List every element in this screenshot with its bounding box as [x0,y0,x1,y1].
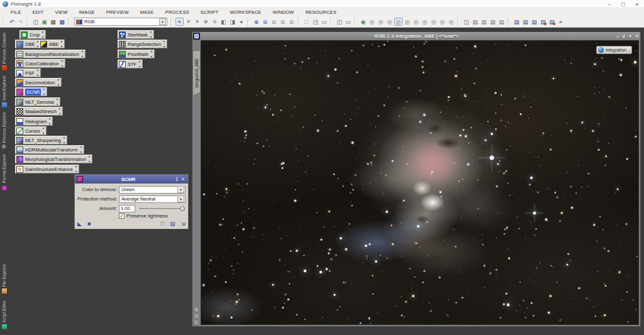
select-all-icon[interactable] [303,18,311,26]
selection-rect-icon[interactable] [320,18,328,26]
process-icon-stf[interactable]: STF [118,60,143,69]
minimize-icon[interactable] [602,0,616,8]
zoom-in-icon[interactable] [252,18,260,26]
zoom-to-optimal-icon[interactable] [193,18,201,26]
window-close-icon[interactable] [635,33,638,39]
stf-edit-icon[interactable] [368,18,376,26]
process-icon-mlt-denoise[interactable]: MLT_Denoise [15,97,60,106]
reset-icon[interactable] [161,221,164,227]
drag-handle[interactable] [58,107,61,115]
drag-handle[interactable] [48,118,51,125]
drag-handle[interactable] [163,40,165,48]
menu-edit[interactable]: EDIT [27,9,50,15]
shade-icon[interactable] [623,33,625,39]
drag-handle[interactable] [42,127,45,135]
protection-method-select[interactable]: Average Neutral [119,195,186,203]
amount-input[interactable]: 1.00 [119,205,135,212]
scnr-dialog-titlebar[interactable]: SCNR [75,175,188,184]
dock-tab-format-explorer[interactable]: Format Explorer [0,151,8,190]
dock-tab-process-explorer[interactable]: Process Explorer [0,109,8,150]
image-view[interactable]: integration [201,40,639,325]
apply-global-icon[interactable] [87,221,91,227]
undo-icon[interactable] [8,18,16,26]
center-view-icon[interactable] [211,18,219,26]
process-icon-darkstructureenhance[interactable]: DarkStructureEnhance [15,165,79,173]
drag-handle[interactable] [43,88,45,96]
menu-view[interactable]: VIEW [50,9,74,15]
zoom-fit-view-icon[interactable] [279,18,287,26]
zoom-to-fit-icon[interactable] [184,18,192,26]
pan-mode-icon[interactable] [202,18,210,26]
screen-layout-icon-3[interactable] [489,18,497,26]
dialog-close-icon[interactable] [180,176,186,182]
drag-handle[interactable] [81,50,84,58]
chevron-down-icon[interactable] [177,186,184,193]
drag-handle[interactable] [75,165,77,173]
duplicate-window-icon[interactable] [40,18,48,26]
fit-frame-icon[interactable] [195,314,199,319]
image-side-tab[interactable]: integration_ABE [192,50,201,96]
drag-handle[interactable] [138,60,141,68]
process-icon-colorcalibration[interactable]: ColorCalibration [15,59,65,68]
stf-link-icon[interactable] [377,18,385,26]
compare-mode-icon[interactable] [462,18,470,26]
mask-show-icon[interactable] [430,18,438,26]
dock-tab-script-editor[interactable]: Script Editor [0,295,8,329]
window-zoom-icon[interactable] [629,33,632,39]
workspace-icon-2[interactable] [521,18,530,26]
drag-handle[interactable] [150,31,152,38]
mask-invert-icon[interactable] [438,18,447,26]
new-image-icon[interactable] [31,18,40,26]
process-icon-abe[interactable]: ABE [39,40,65,48]
process-icon-hdrmultiscaletransform[interactable]: HDRMultiscaleTransform [15,145,84,154]
apply-icon[interactable] [77,221,82,227]
track-view-icon-1[interactable] [403,18,411,26]
menu-window[interactable]: WINDOW [267,9,300,15]
fit-selection-icon[interactable] [311,18,319,26]
menu-image[interactable]: IMAGE [74,9,101,15]
screen-layout-icon-4[interactable] [497,18,506,26]
track-view-icon-2[interactable] [412,18,420,26]
view-selector-button[interactable] [193,33,200,40]
image-thumbnail-icon-2[interactable] [58,18,66,26]
workspace-icon-3[interactable] [530,18,538,26]
dialog-shade-icon[interactable] [174,177,180,182]
iconize-icon[interactable] [616,33,619,39]
drag-handle[interactable] [57,79,60,86]
slider-thumb[interactable] [180,206,185,211]
tile-windows-icon[interactable] [335,18,343,26]
process-icon-starmask[interactable]: StarMask [118,30,154,39]
close-workspace-icon-2[interactable] [548,18,556,26]
process-icon-scnr[interactable]: SCNR [15,87,47,96]
stf-enabled-icon[interactable] [359,18,367,26]
process-icon-deconvolution[interactable]: Deconvolution [15,78,62,87]
process-icon-pixelmath[interactable]: PixelMath [118,50,155,58]
menu-file[interactable]: FILE [5,9,27,15]
chevron-down-icon[interactable] [159,18,166,25]
process-icon-morphologicaltransformation[interactable]: MorphologicalTransformation [15,155,92,163]
drag-handle[interactable] [80,146,82,153]
process-icon-psf[interactable]: PSF [15,69,41,77]
screen-layout-icon-2[interactable] [480,18,488,26]
drag-handle[interactable] [63,136,65,144]
color-to-remove-select[interactable]: Green [119,186,186,194]
drag-handle[interactable] [36,69,39,77]
zoom-out-icon[interactable] [261,18,269,26]
stf-reset-icon[interactable] [386,18,394,26]
dock-tab-process-console[interactable]: Process Console [0,30,8,70]
menu-process[interactable]: PROCESS [160,9,195,15]
image-thumbnail-icon-1[interactable] [49,18,57,26]
preserve-lightness-checkbox[interactable] [119,213,125,219]
menu-preview[interactable]: PREVIEW [101,9,135,15]
chevron-down-icon[interactable] [177,195,184,202]
new-preview-mode-icon[interactable] [219,18,228,26]
drag-handle[interactable] [56,98,58,106]
edit-preview-mode-icon[interactable] [228,18,236,26]
menu-workspace[interactable]: WORKSPACE [225,9,267,15]
toolbar-overflow-chevron[interactable] [557,18,565,26]
screen-layout-icon-1[interactable] [471,18,479,26]
drag-handle[interactable] [61,60,64,67]
process-icon-rangeselection[interactable]: RangeSelection [118,40,167,48]
stf-auto-icon[interactable] [394,18,402,26]
process-icon-backgroundneutralization[interactable]: BackgroundNeutralization [15,50,86,58]
